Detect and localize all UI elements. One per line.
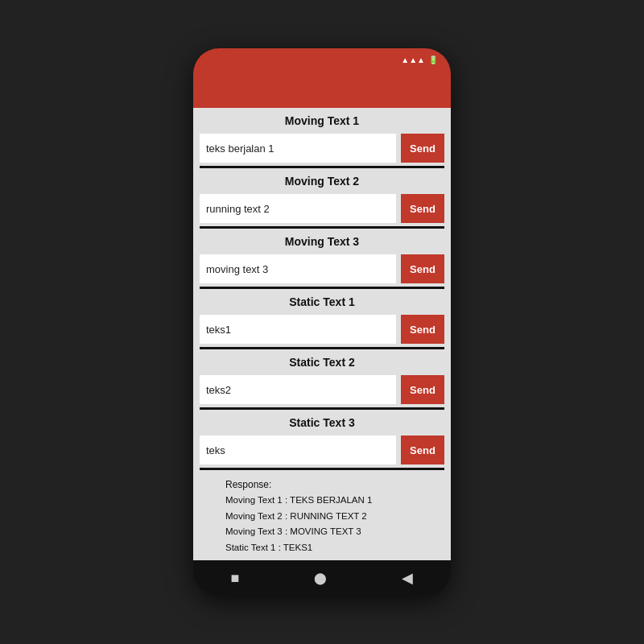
section-header-moving3: Moving Text 3 [193, 229, 451, 251]
phone-frame: ▲▲▲ 🔋 Moving Text 1SendMoving Text 2Send… [193, 48, 451, 596]
section-header-static3: Static Text 3 [193, 410, 451, 432]
response-line-1: Moving Text 2 : RUNNING TEXT 2 [225, 509, 438, 525]
section-header-moving2: Moving Text 2 [193, 168, 451, 191]
nav-bar: ■ ⬤ ◀ [193, 560, 451, 596]
input-static2[interactable] [200, 375, 396, 404]
input-row-moving1: Send [193, 130, 451, 163]
response-section: Response:Moving Text 1 : TEKS BERJALAN 1… [193, 470, 451, 560]
response-line-0: Moving Text 1 : TEKS BERJALAN 1 [225, 493, 438, 509]
input-row-moving3: Send [193, 251, 451, 283]
back-icon[interactable]: ◀ [402, 569, 413, 587]
stop-icon[interactable]: ■ [231, 570, 240, 587]
input-row-static3: Send [193, 432, 451, 464]
input-static3[interactable] [200, 436, 396, 464]
status-bar: ▲▲▲ 🔋 [193, 48, 451, 71]
battery-icon: 🔋 [428, 56, 438, 64]
send-button-static2[interactable]: Send [401, 375, 444, 404]
home-icon[interactable]: ⬤ [314, 572, 327, 584]
response-line-2: Moving Text 3 : MOVING TEXT 3 [225, 524, 438, 540]
send-button-moving1[interactable]: Send [401, 134, 444, 163]
section-header-static1: Static Text 1 [193, 289, 451, 312]
content-area: Moving Text 1SendMoving Text 2SendMoving… [193, 108, 451, 560]
app-bar [193, 71, 451, 108]
section-header-static2: Static Text 2 [193, 349, 451, 372]
response-title: Response: [225, 477, 438, 493]
input-moving1[interactable] [200, 134, 396, 163]
input-moving2[interactable] [200, 194, 396, 223]
send-button-static1[interactable]: Send [401, 315, 444, 344]
input-row-static2: Send [193, 372, 451, 404]
signal-icon: ▲▲▲ [401, 56, 425, 64]
section-header-moving1: Moving Text 1 [193, 108, 451, 130]
input-row-static1: Send [193, 312, 451, 344]
send-button-static3[interactable]: Send [401, 436, 444, 464]
response-line-3: Static Text 1 : TEKS1 [225, 540, 438, 556]
input-static1[interactable] [200, 315, 396, 344]
status-right: ▲▲▲ 🔋 [401, 56, 441, 64]
send-button-moving2[interactable]: Send [401, 194, 444, 223]
input-row-moving2: Send [193, 191, 451, 223]
input-moving3[interactable] [200, 254, 396, 283]
send-button-moving3[interactable]: Send [401, 254, 444, 283]
